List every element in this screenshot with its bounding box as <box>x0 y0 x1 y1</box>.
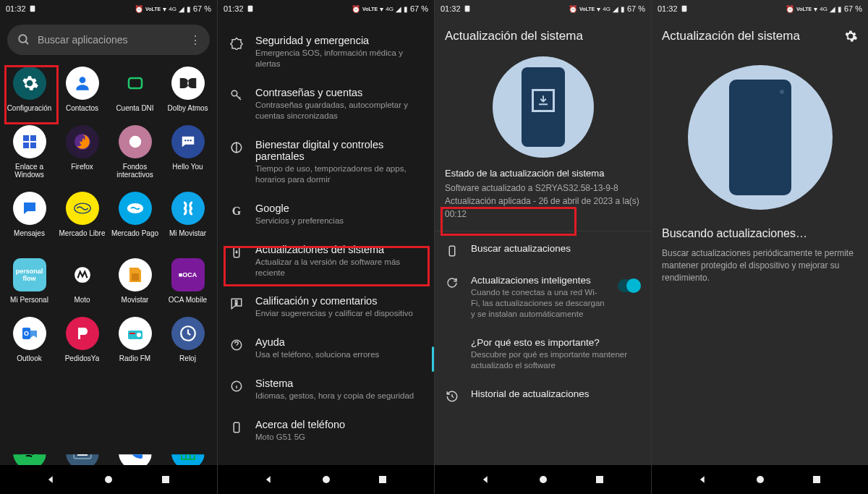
svg-rect-34 <box>247 6 252 12</box>
app-pedidosya[interactable]: PedidosYa <box>57 317 107 362</box>
battery-pct: 67 % <box>193 4 211 13</box>
svg-point-21 <box>137 333 141 337</box>
battery-icon: ▮ <box>838 5 842 13</box>
panel-system-update-status: 01:32 ⏰ VoLTE ▾ 4G ◢ ▮ 67 % Actualizació… <box>434 0 651 494</box>
searching-title: Buscando actualizaciones… <box>662 227 858 240</box>
app-moto[interactable]: Moto <box>57 258 107 304</box>
nav-home[interactable] <box>754 474 766 485</box>
nav-recent[interactable] <box>160 474 171 485</box>
panel-searching-updates: 01:32 ⏰ VoLTE ▾ 4G ◢ ▮ 67 % Actualizació… <box>651 0 868 494</box>
svg-point-29 <box>85 450 87 451</box>
settings-subtitle: Emergencia SOS, información médica y ale… <box>255 48 424 69</box>
update-row-0[interactable]: Buscar actualizaciones <box>435 234 651 266</box>
settings-row-google[interactable]: G Google Servicios y preferencias <box>218 194 434 235</box>
svg-point-10 <box>129 136 141 148</box>
app-mercado-libre[interactable]: Mercado Libre <box>57 192 107 245</box>
svg-point-3 <box>79 77 85 83</box>
app-hello-you[interactable]: Hello You <box>163 125 213 179</box>
row-title: Historial de actualizaciones <box>471 388 641 399</box>
status-time: 01:32 <box>6 4 26 13</box>
nav-back[interactable] <box>46 474 57 485</box>
svg-point-12 <box>187 140 188 141</box>
searching-desc: Buscar actualizaciones periódicamente te… <box>662 247 858 284</box>
app-enlace-a-windows[interactable]: Enlace a Windows <box>4 125 54 179</box>
nav-recent[interactable] <box>811 474 822 485</box>
app-oca-mobile[interactable]: ■OCA OCA Mobile <box>163 258 213 304</box>
app-icon <box>13 125 46 158</box>
nav-home[interactable] <box>537 474 549 485</box>
app-icon <box>119 317 152 350</box>
app-configuración[interactable]: Configuración <box>4 67 54 112</box>
search-placeholder: Buscar aplicaciones <box>38 34 179 46</box>
svg-point-26 <box>77 450 78 451</box>
app-dolby-atmos[interactable]: Dolby Atmos <box>163 67 213 112</box>
settings-row-wellbeing[interactable]: Bienestar digital y controles parentales… <box>218 130 434 194</box>
app-label: Radio FM <box>119 354 150 362</box>
app-icon <box>119 192 152 225</box>
smart-updates-toggle[interactable] <box>618 279 641 292</box>
svg-rect-46 <box>449 246 455 256</box>
app-cuenta-dni[interactable]: Cuenta DNI <box>110 67 160 112</box>
settings-row-key[interactable]: Contraseñas y cuentas Contraseñas guarda… <box>218 78 434 130</box>
row-title: Buscar actualizaciones <box>471 243 641 254</box>
app-firefox[interactable]: Firefox <box>57 125 107 179</box>
nav-recent[interactable] <box>594 474 605 485</box>
settings-row-info[interactable]: Sistema Idiomas, gestos, hora y copia de… <box>218 369 434 410</box>
nav-bar <box>0 465 217 494</box>
update-row-1[interactable]: Actualizaciones inteligentes Cuando te c… <box>435 266 651 328</box>
settings-row-help[interactable]: Ayuda Usa el teléfono, soluciona errores <box>218 328 434 369</box>
app-reloj[interactable]: Reloj <box>163 317 213 362</box>
svg-rect-39 <box>236 304 237 305</box>
nav-back[interactable] <box>480 474 492 485</box>
settings-title: Ayuda <box>255 336 424 348</box>
more-icon[interactable]: ⋮ <box>187 33 204 47</box>
nav-home[interactable] <box>320 474 332 485</box>
alarm-icon: ⏰ <box>135 5 143 13</box>
update-row-3[interactable]: Historial de actualizaciones <box>435 380 651 412</box>
status-software: Software actualizado a S2RYAS32.58-13-9-… <box>445 182 641 195</box>
nav-home[interactable] <box>103 474 114 485</box>
app-mensajes[interactable]: Mensajes <box>4 192 54 245</box>
update-illustration <box>652 51 868 227</box>
searching-block: Buscando actualizaciones… Buscar actuali… <box>652 227 868 284</box>
page-header: Actualización del sistema <box>435 17 651 51</box>
app-outlook[interactable]: O Outlook <box>4 317 54 362</box>
app-label: Mercado Pago <box>111 229 158 245</box>
key-icon <box>229 88 244 103</box>
app-fondos-interactivos[interactable]: Fondos interactivos <box>110 125 160 179</box>
nav-back[interactable] <box>263 474 275 485</box>
status-bar: 01:32 ⏰ VoLTE ▾ 4G ◢ ▮ 67 % <box>218 0 434 17</box>
app-mi-personal[interactable]: personalflow Mi Personal <box>4 258 54 304</box>
app-icon: O <box>13 317 46 350</box>
row-subtitle: Descubre por qué es importante mantener … <box>471 349 641 371</box>
app-contactos[interactable]: Contactos <box>57 67 107 112</box>
app-grid: Configuración Contactos Cuenta DNI Dolby… <box>0 61 217 362</box>
app-movistar[interactable]: Movistar <box>110 258 160 304</box>
settings-subtitle: Servicios y preferencias <box>255 216 424 226</box>
sim-icon <box>464 5 471 12</box>
gear-icon[interactable] <box>843 29 858 43</box>
app-mercado-pago[interactable]: Mercado Pago <box>110 192 160 245</box>
svg-point-28 <box>82 450 84 451</box>
help-icon <box>229 338 244 352</box>
settings-title: Contraseñas y cuentas <box>255 87 424 98</box>
settings-row-about[interactable]: Acerca del teléfono Moto G51 5G <box>218 410 434 451</box>
settings-subtitle: Idiomas, gestos, hora y copia de segurid… <box>255 391 424 401</box>
row-subtitle: Cuando te conectas a una red Wi-Fi, las … <box>471 287 606 320</box>
nav-recent[interactable] <box>377 474 388 485</box>
row-title: Actualizaciones inteligentes <box>471 275 606 286</box>
nav-back[interactable] <box>697 474 709 485</box>
search-icon <box>17 33 30 46</box>
app-label: Mensajes <box>14 229 45 237</box>
app-mi-movistar[interactable]: Mi Movistar <box>163 192 213 245</box>
app-label: Outlook <box>17 354 41 362</box>
settings-row-feedback[interactable]: Calificación y comentarios Enviar sugere… <box>218 286 434 328</box>
app-radio-fm[interactable]: Radio FM <box>110 317 160 362</box>
update-row-2[interactable]: ¿Por qué esto es importante? Descubre po… <box>435 328 651 380</box>
settings-row-phone-update[interactable]: Actualizaciones del sistema Actualizar a… <box>218 235 434 287</box>
alarm-icon: ⏰ <box>569 5 577 13</box>
search-apps-bar[interactable]: Buscar aplicaciones ⋮ <box>7 25 210 55</box>
app-icon <box>13 192 46 225</box>
volte-icon: VoLTE <box>796 7 812 12</box>
settings-row-medical[interactable]: Seguridad y emergencia Emergencia SOS, i… <box>218 26 434 78</box>
